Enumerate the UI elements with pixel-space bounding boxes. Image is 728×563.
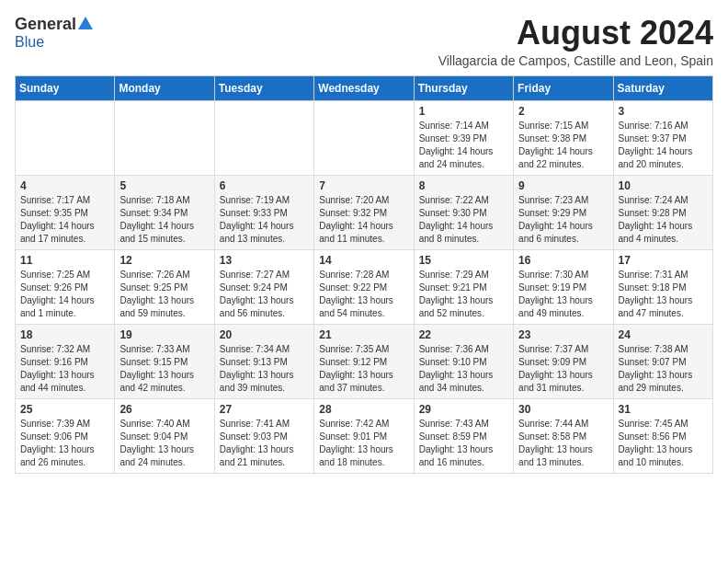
calendar-cell: 29Sunrise: 7:43 AM Sunset: 8:59 PM Dayli…	[414, 398, 513, 473]
day-info: Sunrise: 7:20 AM Sunset: 9:32 PM Dayligh…	[319, 194, 408, 246]
day-info: Sunrise: 7:16 AM Sunset: 9:37 PM Dayligh…	[619, 120, 708, 171]
day-number: 3	[619, 105, 708, 118]
calendar-title: August 2024	[438, 15, 713, 52]
day-number: 14	[319, 254, 408, 267]
calendar-week-row: 1Sunrise: 7:14 AM Sunset: 9:39 PM Daylig…	[16, 100, 713, 175]
weekday-header-friday: Friday	[514, 75, 613, 100]
calendar-cell: 15Sunrise: 7:29 AM Sunset: 9:21 PM Dayli…	[414, 249, 513, 324]
calendar-cell: 18Sunrise: 7:32 AM Sunset: 9:16 PM Dayli…	[16, 324, 115, 398]
calendar-week-row: 4Sunrise: 7:17 AM Sunset: 9:35 PM Daylig…	[16, 175, 713, 249]
calendar-cell: 8Sunrise: 7:22 AM Sunset: 9:30 PM Daylig…	[414, 175, 513, 249]
calendar-cell	[16, 100, 115, 175]
day-number: 26	[119, 403, 209, 416]
calendar-cell: 28Sunrise: 7:42 AM Sunset: 9:01 PM Dayli…	[314, 398, 414, 473]
logo: General Blue	[15, 15, 93, 51]
day-number: 4	[20, 179, 109, 192]
calendar-cell: 17Sunrise: 7:31 AM Sunset: 9:18 PM Dayli…	[613, 249, 712, 324]
logo-triangle-icon	[78, 17, 93, 29]
calendar-cell: 12Sunrise: 7:26 AM Sunset: 9:25 PM Dayli…	[115, 249, 214, 324]
day-number: 2	[518, 105, 608, 118]
calendar-cell: 16Sunrise: 7:30 AM Sunset: 9:19 PM Dayli…	[514, 249, 613, 324]
day-number: 9	[518, 179, 608, 192]
day-number: 15	[419, 254, 508, 267]
day-number: 16	[518, 254, 608, 267]
day-number: 23	[518, 328, 608, 341]
calendar-week-row: 11Sunrise: 7:25 AM Sunset: 9:26 PM Dayli…	[16, 249, 713, 324]
day-number: 1	[419, 105, 508, 118]
calendar-cell: 7Sunrise: 7:20 AM Sunset: 9:32 PM Daylig…	[314, 175, 414, 249]
day-number: 30	[518, 403, 608, 416]
day-number: 8	[419, 179, 508, 192]
day-info: Sunrise: 7:43 AM Sunset: 8:59 PM Dayligh…	[419, 418, 508, 469]
calendar-week-row: 25Sunrise: 7:39 AM Sunset: 9:06 PM Dayli…	[16, 398, 713, 473]
weekday-header-tuesday: Tuesday	[214, 75, 313, 100]
calendar-cell: 1Sunrise: 7:14 AM Sunset: 9:39 PM Daylig…	[414, 100, 513, 175]
day-info: Sunrise: 7:18 AM Sunset: 9:34 PM Dayligh…	[119, 194, 209, 246]
day-number: 10	[619, 179, 708, 192]
day-info: Sunrise: 7:26 AM Sunset: 9:25 PM Dayligh…	[119, 269, 209, 320]
day-info: Sunrise: 7:19 AM Sunset: 9:33 PM Dayligh…	[220, 194, 309, 246]
day-info: Sunrise: 7:38 AM Sunset: 9:07 PM Dayligh…	[619, 343, 708, 395]
day-number: 24	[619, 328, 708, 341]
day-number: 28	[319, 403, 408, 416]
calendar-cell	[314, 100, 414, 175]
logo-general-text: General	[15, 15, 76, 34]
day-info: Sunrise: 7:35 AM Sunset: 9:12 PM Dayligh…	[319, 343, 408, 395]
day-info: Sunrise: 7:24 AM Sunset: 9:28 PM Dayligh…	[619, 194, 708, 246]
calendar-cell: 21Sunrise: 7:35 AM Sunset: 9:12 PM Dayli…	[314, 324, 414, 398]
logo-blue-text: Blue	[15, 34, 44, 51]
weekday-header-monday: Monday	[115, 75, 214, 100]
calendar-cell: 20Sunrise: 7:34 AM Sunset: 9:13 PM Dayli…	[214, 324, 313, 398]
day-number: 7	[319, 179, 408, 192]
calendar-cell: 9Sunrise: 7:23 AM Sunset: 9:29 PM Daylig…	[514, 175, 613, 249]
calendar-cell: 25Sunrise: 7:39 AM Sunset: 9:06 PM Dayli…	[16, 398, 115, 473]
day-number: 31	[619, 403, 708, 416]
day-info: Sunrise: 7:45 AM Sunset: 8:56 PM Dayligh…	[619, 418, 708, 469]
day-info: Sunrise: 7:23 AM Sunset: 9:29 PM Dayligh…	[518, 194, 608, 246]
weekday-header-thursday: Thursday	[414, 75, 513, 100]
day-info: Sunrise: 7:34 AM Sunset: 9:13 PM Dayligh…	[220, 343, 309, 395]
day-number: 21	[319, 328, 408, 341]
weekday-header-row: SundayMondayTuesdayWednesdayThursdayFrid…	[16, 75, 713, 100]
day-info: Sunrise: 7:15 AM Sunset: 9:38 PM Dayligh…	[518, 120, 608, 171]
day-info: Sunrise: 7:29 AM Sunset: 9:21 PM Dayligh…	[419, 269, 508, 320]
day-number: 18	[20, 328, 109, 341]
page-header: General Blue August 2024 Villagarcia de …	[15, 15, 713, 68]
title-area: August 2024 Villagarcia de Campos, Casti…	[438, 15, 713, 68]
day-number: 25	[20, 403, 109, 416]
calendar-cell: 11Sunrise: 7:25 AM Sunset: 9:26 PM Dayli…	[16, 249, 115, 324]
calendar-cell	[115, 100, 214, 175]
calendar-cell: 6Sunrise: 7:19 AM Sunset: 9:33 PM Daylig…	[214, 175, 313, 249]
day-number: 20	[220, 328, 309, 341]
day-number: 13	[220, 254, 309, 267]
day-info: Sunrise: 7:30 AM Sunset: 9:19 PM Dayligh…	[518, 269, 608, 320]
day-number: 27	[220, 403, 309, 416]
calendar-cell: 30Sunrise: 7:44 AM Sunset: 8:58 PM Dayli…	[514, 398, 613, 473]
day-number: 6	[220, 179, 309, 192]
day-info: Sunrise: 7:27 AM Sunset: 9:24 PM Dayligh…	[220, 269, 309, 320]
day-number: 5	[119, 179, 209, 192]
calendar-cell: 2Sunrise: 7:15 AM Sunset: 9:38 PM Daylig…	[514, 100, 613, 175]
day-info: Sunrise: 7:28 AM Sunset: 9:22 PM Dayligh…	[319, 269, 408, 320]
day-number: 12	[119, 254, 209, 267]
calendar-cell: 23Sunrise: 7:37 AM Sunset: 9:09 PM Dayli…	[514, 324, 613, 398]
day-number: 22	[419, 328, 508, 341]
calendar-cell: 10Sunrise: 7:24 AM Sunset: 9:28 PM Dayli…	[613, 175, 712, 249]
calendar-subtitle: Villagarcia de Campos, Castille and Leon…	[438, 53, 713, 68]
day-info: Sunrise: 7:31 AM Sunset: 9:18 PM Dayligh…	[619, 269, 708, 320]
calendar-cell: 31Sunrise: 7:45 AM Sunset: 8:56 PM Dayli…	[613, 398, 712, 473]
day-number: 19	[119, 328, 209, 341]
weekday-header-sunday: Sunday	[16, 75, 115, 100]
day-info: Sunrise: 7:32 AM Sunset: 9:16 PM Dayligh…	[20, 343, 109, 395]
weekday-header-wednesday: Wednesday	[314, 75, 414, 100]
calendar-table: SundayMondayTuesdayWednesdayThursdayFrid…	[15, 75, 713, 474]
day-info: Sunrise: 7:40 AM Sunset: 9:04 PM Dayligh…	[119, 418, 209, 469]
day-number: 17	[619, 254, 708, 267]
day-info: Sunrise: 7:33 AM Sunset: 9:15 PM Dayligh…	[119, 343, 209, 395]
day-info: Sunrise: 7:44 AM Sunset: 8:58 PM Dayligh…	[518, 418, 608, 469]
day-info: Sunrise: 7:39 AM Sunset: 9:06 PM Dayligh…	[20, 418, 109, 469]
day-info: Sunrise: 7:41 AM Sunset: 9:03 PM Dayligh…	[220, 418, 309, 469]
day-number: 29	[419, 403, 508, 416]
calendar-cell: 5Sunrise: 7:18 AM Sunset: 9:34 PM Daylig…	[115, 175, 214, 249]
calendar-cell: 22Sunrise: 7:36 AM Sunset: 9:10 PM Dayli…	[414, 324, 513, 398]
